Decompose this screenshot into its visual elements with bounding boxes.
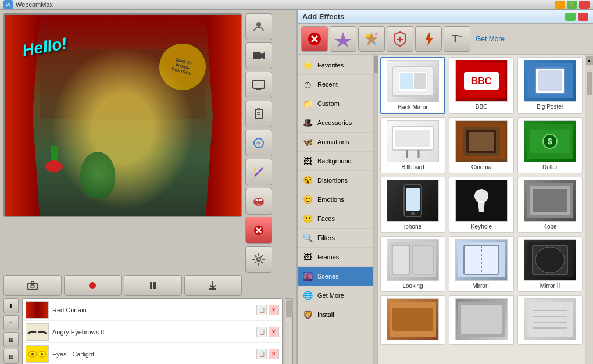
effect-card-label: Big Poster [537,104,563,110]
cat-faces[interactable]: 😐 Faces [298,209,373,229]
effect-item[interactable]: Eyes - Carlight 📋 ✕ [23,343,282,364]
capture-button[interactable] [3,275,62,296]
effect-actions: 📋 ✕ [256,327,279,337]
close-button[interactable]: ❌ [579,1,590,9]
recent-icon: ◷ [301,78,314,91]
effect-card-bottom3[interactable] [517,295,583,345]
effect-card-label: Billboard [402,164,424,170]
cat-distortions[interactable]: 😵 Distortions [298,171,373,190]
effect-card-cinema[interactable]: Cinema [449,117,514,173]
svg-point-15 [253,198,264,206]
toolbar-remove-btn[interactable] [245,217,272,244]
toolbar-effects-btn[interactable] [245,130,272,156]
animations-icon: 🦋 [301,135,314,148]
cat-accessories[interactable]: 🎩 Accessories [298,113,373,133]
effect-item[interactable]: Angry Eyebrows II 📋 ✕ [23,321,282,343]
restore-button[interactable]: 🟢 [567,1,577,9]
cat-filters[interactable]: 🔍 Filters [298,229,373,248]
toolbar-clipboard-btn[interactable] [245,101,272,127]
effects-close-btn[interactable] [578,13,588,21]
cat-label: Accessories [317,119,369,126]
effect-card-bottom2[interactable] [449,295,514,345]
effect-img [387,239,439,281]
effect-card-mirror1[interactable]: Mirror I [449,236,514,292]
grid-scrollbar[interactable]: ▲ ▼ [585,55,593,364]
cat-get-more[interactable]: 🌐 Get More [298,286,373,305]
toolbar-wand-btn[interactable] [245,159,272,185]
effects-grid: Back Mirror BBC BBC Big Poste [380,57,583,345]
left-panel: Hello! QUALITYPROOFCONTROL [0,10,296,364]
record-button[interactable] [64,275,122,296]
party-icon [363,31,380,47]
effect-img [524,180,576,222]
effect-card-big-poster[interactable]: Big Poster [517,57,583,114]
cat-favorites[interactable]: ⭐ Favorites [298,56,373,75]
cat-emotions[interactable]: 😊 Emotions [298,190,373,209]
effect-card-looking[interactable]: Looking [380,236,445,292]
effect-card-label: BBC [476,104,488,110]
effect-copy-btn[interactable]: 📋 [256,349,267,359]
pause-button[interactable] [124,275,182,296]
list-view-button[interactable]: ≡ [3,315,19,330]
shield-plus-btn[interactable] [387,26,413,52]
effects-maximize-btn[interactable] [565,13,576,21]
cat-animations[interactable]: 🦋 Animations [298,133,373,152]
collapse-button[interactable]: ⊟ [3,349,19,364]
toolbar-mask-btn[interactable] [245,188,272,215]
download-button[interactable] [184,275,242,296]
cat-background[interactable]: 🖼 Background [298,152,373,171]
effect-card-keyhole[interactable]: Keyhole [449,177,514,233]
cat-frames[interactable]: 🖼 Frames [298,248,373,267]
toolbar-video-btn[interactable] [245,42,272,69]
effect-copy-btn[interactable]: 📋 [256,305,267,315]
cat-scenes[interactable]: 🌆 Scenes [298,267,373,286]
cat-install[interactable]: 🦁 Install [298,305,373,324]
effect-card-iphone[interactable]: iphone [380,177,445,233]
app-icon: W [3,0,13,9]
effect-remove-btn[interactable]: ✕ [269,305,279,315]
effects-icon [252,136,266,150]
get-more-link[interactable]: Get More [476,35,505,43]
category-scrollbar[interactable] [373,55,378,364]
toolbar-person-btn[interactable] [245,13,272,40]
info-button[interactable]: ℹ [3,298,19,313]
effect-card-back-mirror[interactable]: Back Mirror [380,57,445,114]
text-btn[interactable]: T+ [444,26,470,52]
lightning-btn[interactable] [415,26,442,52]
cat-label: Emotions [317,196,369,203]
effect-copy-btn[interactable]: 📋 [256,327,267,337]
right-panel: Add Effects T+ [296,10,593,364]
playback-controls [3,275,242,296]
cat-label: Custom [317,100,369,107]
cat-custom[interactable]: 📁 Custom [298,94,373,113]
svg-point-21 [257,258,260,261]
lightning-icon [420,31,437,47]
effect-card-label: Kobe [543,223,556,230]
effect-item[interactable]: Red Curtain 📋 ✕ [23,299,282,321]
grid-view-button[interactable]: ⊞ [3,332,19,347]
effect-card-bbc[interactable]: BBC BBC [449,57,514,114]
effect-remove-btn[interactable]: ✕ [269,349,279,359]
effect-remove-btn[interactable]: ✕ [269,327,279,337]
effect-card-dollar[interactable]: $ Dollar [517,117,583,173]
titlebar: W WebcamMax 🔶 🟢 ❌ [0,0,593,10]
svg-point-12 [254,167,256,170]
remove-effect-btn[interactable] [301,26,328,52]
minimize-button[interactable]: 🔶 [555,1,565,9]
effect-card-kobe[interactable]: Kobe [517,177,583,233]
toolbar-screen-btn[interactable] [245,72,272,98]
cat-recent[interactable]: ◷ Recent [298,75,373,94]
effect-card-bottom1[interactable] [380,295,445,345]
toolbar-settings-btn[interactable] [245,246,272,273]
svg-rect-1 [253,52,261,59]
effect-card-mirror2[interactable]: Mirror II [517,236,583,292]
effect-card-billboard[interactable]: Billboard [380,117,445,173]
effect-actions: 📋 ✕ [256,349,279,359]
svg-rect-6 [255,109,262,119]
party-btn[interactable] [358,26,385,52]
remove-icon [253,224,265,236]
wizard-icon [335,31,351,47]
wizard-btn[interactable] [330,26,356,52]
grid-scroll-up[interactable]: ▲ [586,56,593,65]
list-scrollbar[interactable] [285,298,293,364]
